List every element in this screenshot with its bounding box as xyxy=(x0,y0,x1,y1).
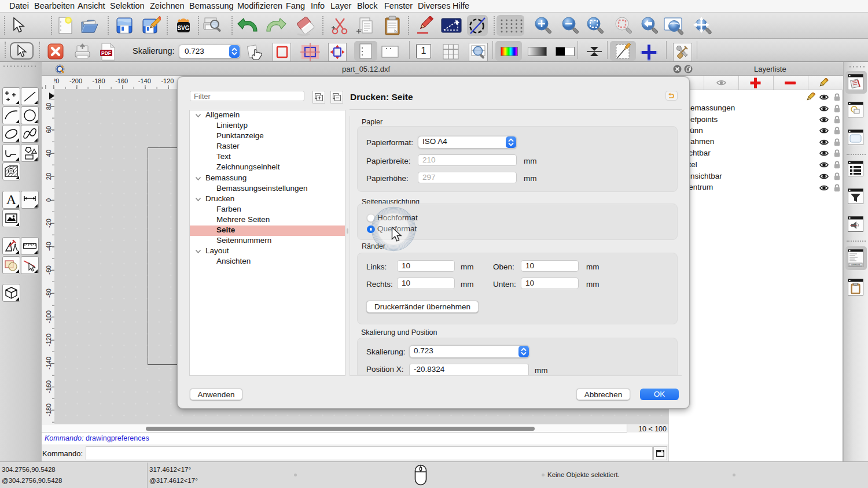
svg-text:SVG: SVG xyxy=(177,25,189,31)
svg-text:PDF: PDF xyxy=(101,50,111,56)
svg-text:command: command xyxy=(851,264,860,266)
